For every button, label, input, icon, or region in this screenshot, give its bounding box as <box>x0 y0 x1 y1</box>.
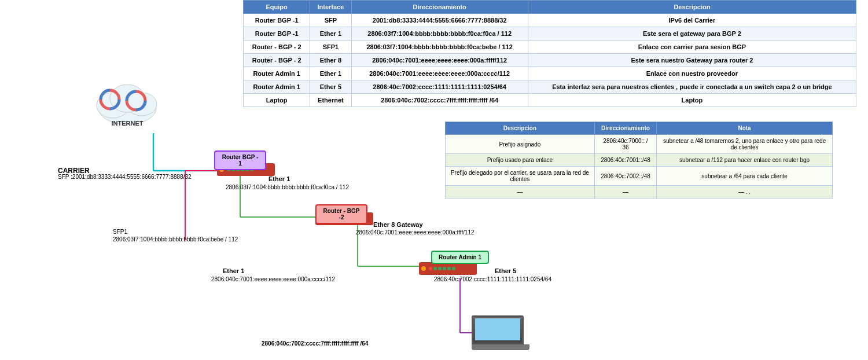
network-diagram-lines <box>0 0 868 360</box>
router-bgp1-text: Router BGP -1 <box>222 154 259 167</box>
laptop-base <box>472 344 529 350</box>
router-admin1-svg <box>419 262 477 275</box>
svg-point-35 <box>421 266 426 271</box>
sfp-label: SFP :2001:db8:3333:4444:5555:6666:7777:8… <box>58 174 192 180</box>
ether1-bgp1-label: Ether 1 <box>269 175 290 182</box>
sfp1-addr: 2806:03f7:1004:bbbb:bbbb:bbbb:f0ca:bebe … <box>113 236 238 243</box>
ether8-addr: 2806:040c:7001:eeee:eeee:eeee:000a:ffff/… <box>356 229 475 236</box>
internet-cloud: INTERNET <box>90 69 165 133</box>
svg-point-38 <box>438 267 442 270</box>
ether1-bgp2-label: Ether 1 <box>223 267 244 274</box>
laptop-screen-inner <box>475 318 520 340</box>
ether5-label: Ether 5 <box>495 267 516 274</box>
laptop-icon <box>472 315 529 353</box>
svg-point-36 <box>429 267 432 270</box>
svg-point-37 <box>433 267 437 270</box>
laptop-addr: 2806:040c:7002:cccc:7fff:ffff:ffff:ffff … <box>262 340 369 347</box>
router-admin1-device <box>419 262 477 276</box>
sfp1-label: SFP1 <box>113 229 127 235</box>
laptop-screen <box>472 315 524 344</box>
router-bgp2-label-box: Router - BGP -2 <box>315 204 367 224</box>
internet-label: INTERNET <box>112 120 144 127</box>
ether1-bgp1-addr: 2806:03f7:1004:bbbb:bbbb:bbbb:f0ca:f0ca … <box>226 184 349 190</box>
router-admin1-label-box: Router Admin 1 <box>431 251 489 264</box>
svg-point-41 <box>452 267 455 270</box>
svg-point-40 <box>447 267 451 270</box>
ether8-label: Ether 8 Gateway <box>373 221 423 228</box>
svg-point-39 <box>443 267 446 270</box>
router-admin1-text: Router Admin 1 <box>439 254 481 260</box>
router-bgp1-label-box: Router BGP -1 <box>214 150 266 170</box>
ether5-addr: 2806:40c:7002:cccc:1111:1111:1111:0254/6… <box>434 276 551 282</box>
router-bgp2-text: Router - BGP -2 <box>323 208 360 221</box>
ether1-bgp2-addr: 2806:040c:7001:eeee:eeee:eeee:000a:cccc/… <box>211 276 335 282</box>
